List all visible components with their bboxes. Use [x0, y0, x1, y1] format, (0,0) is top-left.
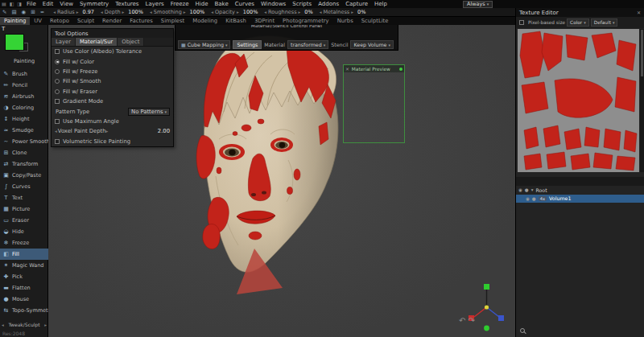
tool-item-height[interactable]: ↕Height	[0, 113, 48, 125]
tool-item-pick[interactable]: ✚Pick	[0, 271, 48, 282]
epanel-draw-icon[interactable]: ✎	[0, 9, 9, 15]
close-icon[interactable]: ✕	[637, 10, 641, 15]
visibility-icon[interactable]: ◉	[526, 196, 530, 201]
option-voxel-paint-depth[interactable]: ◂Voxel Paint Depth▸2.00	[52, 126, 173, 136]
stepper-right-icon[interactable]: ▸	[299, 10, 301, 14]
undo-icon[interactable]: ↶	[459, 316, 465, 325]
current-color-swatch[interactable]	[5, 34, 24, 51]
tool-options-tab-object[interactable]: Object	[118, 38, 144, 46]
tool-item-eraser[interactable]: ▭Eraser	[0, 215, 48, 226]
tab-uv[interactable]: UV	[30, 17, 46, 25]
menu-textures[interactable]: Textures	[112, 1, 142, 7]
tab-retopo[interactable]: Retopo	[46, 17, 73, 25]
param-radius[interactable]: ◂Radius▸0.97	[53, 9, 94, 15]
tool-item-coloring[interactable]: ◑Coloring	[0, 102, 48, 113]
preset-dropdown[interactable]: Default ▾	[591, 18, 618, 27]
param-metalness[interactable]: ◂Metalness▸0%	[320, 9, 366, 15]
stroke-mode-icon[interactable]: ▤	[9, 9, 19, 15]
render-dot-icon[interactable]: ●	[532, 196, 536, 201]
tool-item-clone[interactable]: ⊞Clone	[0, 147, 48, 158]
menu-addons[interactable]: Addons	[315, 1, 342, 7]
stepper-right-icon[interactable]: ▸	[237, 10, 239, 14]
tab-3dprint[interactable]: 3DPrint	[250, 17, 279, 25]
tab-factures[interactable]: Factures	[126, 17, 157, 25]
stepper-left-icon[interactable]: ◂	[211, 10, 213, 14]
tab-modeling[interactable]: Modeling	[188, 17, 221, 25]
option-fill-w-eraser[interactable]: Fill w/ Eraser	[52, 87, 173, 97]
tab-simplest[interactable]: Simplest	[157, 17, 188, 25]
option-volumetric-slice-painting[interactable]: Volumetric Slice Painting	[52, 137, 173, 146]
stepper-right-icon[interactable]: ▸	[184, 10, 186, 14]
menu-freeze[interactable]: Freeze	[167, 1, 192, 7]
tree-row-root[interactable]: ◉ ● ▾ Root	[516, 186, 644, 195]
axis-gizmo[interactable]	[464, 281, 510, 334]
tab-painting[interactable]: Painting	[0, 17, 30, 25]
mapping-dropdown[interactable]: ▦ Cube Mapping ▾	[178, 40, 230, 49]
viewport-3d[interactable]: Material/Stencil Control Panel ▦ Cube Ma…	[48, 25, 515, 337]
menu-scripts[interactable]: Scripts	[289, 1, 315, 7]
zoom-icon[interactable]	[520, 328, 525, 333]
spline-stroke-icon[interactable]: ≈	[38, 9, 47, 15]
redo-icon[interactable]: ↷	[468, 316, 474, 325]
option-fill-w-freeze[interactable]: Fill w/ Freeze	[52, 67, 173, 76]
stepper-right-icon[interactable]: ▸	[351, 10, 353, 14]
menu-symmetry[interactable]: Symmetry	[76, 1, 112, 7]
param-opacity[interactable]: ◂Opacity▸100%	[211, 9, 258, 15]
param-smoothing[interactable]: ◂Smoothing▸100%	[150, 9, 204, 15]
stencil-dropdown[interactable]: Keep Volume ▾	[350, 40, 394, 49]
menu-help[interactable]: Help	[371, 1, 390, 7]
tool-item-brush[interactable]: ✎Brush	[0, 68, 48, 80]
settings-button[interactable]: Settings	[233, 40, 262, 49]
option-gradient-mode[interactable]: Gradient Mode	[52, 97, 173, 106]
tool-item-power-smooth[interactable]: ∼Power Smooth	[0, 136, 48, 147]
stepper-left-icon[interactable]: ◂	[53, 10, 56, 14]
channel-dropdown[interactable]: Color ▾	[567, 18, 589, 27]
close-icon[interactable]: ✕	[345, 67, 349, 72]
tool-item-magic-wand[interactable]: ✶Magic Wand	[0, 260, 48, 271]
stepper-left-icon[interactable]: ◂	[264, 10, 266, 14]
pixel-based-checkbox[interactable]	[519, 20, 524, 25]
tool-item-fill[interactable]: ◧Fill	[0, 249, 48, 260]
menu-view[interactable]: View	[56, 1, 76, 7]
model-head[interactable]	[167, 31, 354, 302]
stepper-left-icon[interactable]: ◂	[320, 10, 322, 14]
tab-render[interactable]: Render	[98, 17, 126, 25]
menu-layers[interactable]: Layers	[142, 1, 167, 7]
param-roughness[interactable]: ◂Roughness▸0%	[264, 9, 312, 15]
material-dropdown[interactable]: transformed ▾	[287, 40, 328, 49]
tab-sculpt[interactable]: Sculpt	[73, 17, 98, 25]
lasso-icon[interactable]: ◉	[19, 9, 29, 15]
always-dropdown[interactable]: Always ▾	[463, 1, 493, 8]
option-fill-w-color[interactable]: Fill w/ Color	[52, 56, 173, 66]
tool-item-airbrush[interactable]: ≋Airbrush	[0, 91, 48, 102]
tool-item-smudge[interactable]: ≈Smudge	[0, 125, 48, 136]
tool-item-mouse[interactable]: ●Mouse	[0, 294, 48, 305]
menu-windows[interactable]: Windows	[258, 1, 289, 7]
tool-item-topo-symmetry[interactable]: ⇆Topo-Symmetry	[0, 305, 48, 316]
menu-bake[interactable]: Bake	[211, 1, 231, 7]
tab-nurbs[interactable]: Nurbs	[333, 17, 357, 25]
menu-edit[interactable]: Edit	[39, 1, 57, 7]
next-icon[interactable]: ▸	[44, 323, 47, 327]
tool-item-freeze[interactable]: ❄Freeze	[0, 237, 48, 249]
texture-scrollbar[interactable]	[640, 29, 644, 172]
app-logo-icon[interactable]: ▤	[0, 1, 8, 6]
stepper-right-icon[interactable]: ▸	[76, 10, 79, 14]
param-depth[interactable]: ◂Depth▸100%	[101, 9, 143, 15]
workspace-selector[interactable]: ◂ Tweak/Sculpt ▸	[0, 322, 48, 327]
layout-icon[interactable]: ◧	[8, 1, 16, 6]
menu-file[interactable]: File	[23, 1, 39, 7]
expand-arrow-icon[interactable]: ▾	[531, 187, 534, 192]
option-pattern-type[interactable]: Pattern TypeNo Patterns ▾	[52, 106, 173, 116]
tool-item-hide[interactable]: ◒Hide	[0, 226, 48, 237]
visibility-icon[interactable]: ◉	[518, 187, 522, 192]
stepper-right-icon[interactable]: ▸	[122, 10, 125, 14]
uv-texture-canvas[interactable]	[518, 29, 639, 172]
tool-item-text[interactable]: TText	[0, 192, 48, 203]
render-dot-icon[interactable]: ●	[525, 187, 529, 192]
menu-curves[interactable]: Curves	[232, 1, 258, 7]
tool-options-tab-material-sur[interactable]: Material/Sur	[76, 38, 118, 46]
option-fill-w-smooth[interactable]: Fill w/ Smooth	[52, 76, 173, 86]
tool-item-picture[interactable]: ▦Picture	[0, 203, 48, 215]
color-mode-label[interactable]: T	[2, 26, 5, 32]
